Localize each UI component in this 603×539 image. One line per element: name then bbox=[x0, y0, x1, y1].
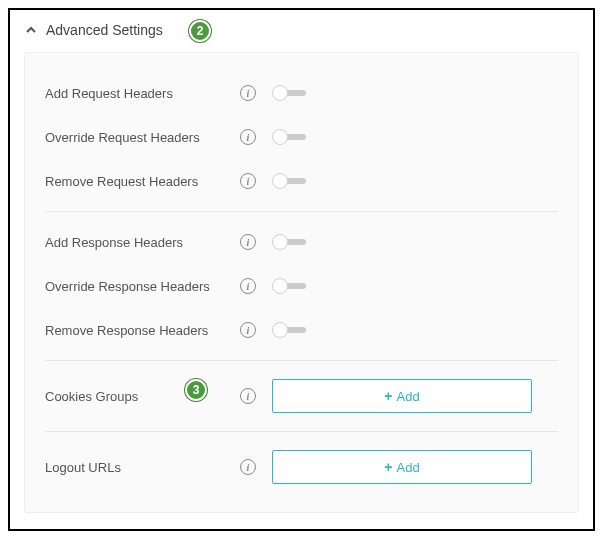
setting-label: Cookies Groups bbox=[45, 389, 240, 404]
divider bbox=[45, 360, 558, 361]
setting-label: Override Response Headers bbox=[45, 279, 240, 294]
divider bbox=[45, 211, 558, 212]
toggle-remove-request-headers[interactable] bbox=[272, 173, 308, 189]
setting-label: Override Request Headers bbox=[45, 130, 240, 145]
row-remove-response-headers: Remove Response Headers i bbox=[45, 308, 558, 352]
row-logout-urls: Logout URLs i + Add bbox=[45, 440, 558, 494]
info-icon[interactable]: i bbox=[240, 278, 256, 294]
section-title: Advanced Settings bbox=[46, 22, 163, 38]
row-override-response-headers: Override Response Headers i bbox=[45, 264, 558, 308]
setting-label: Add Response Headers bbox=[45, 235, 240, 250]
callout-badge-2: 2 bbox=[189, 20, 211, 42]
setting-label: Remove Request Headers bbox=[45, 174, 240, 189]
toggle-add-response-headers[interactable] bbox=[272, 234, 308, 250]
page-frame: Advanced Settings 2 Add Request Headers … bbox=[8, 8, 595, 531]
toggle-add-request-headers[interactable] bbox=[272, 85, 308, 101]
plus-icon: + bbox=[384, 459, 392, 475]
setting-label: Add Request Headers bbox=[45, 86, 240, 101]
add-button-label: Add bbox=[397, 460, 420, 475]
row-add-response-headers: Add Response Headers i bbox=[45, 220, 558, 264]
chevron-up-icon bbox=[24, 23, 38, 37]
divider bbox=[45, 431, 558, 432]
settings-panel: Add Request Headers i Override Request H… bbox=[24, 52, 579, 513]
info-icon[interactable]: i bbox=[240, 322, 256, 338]
toggle-override-response-headers[interactable] bbox=[272, 278, 308, 294]
section-header[interactable]: Advanced Settings 2 bbox=[24, 22, 579, 38]
setting-label: Logout URLs bbox=[45, 460, 240, 475]
info-icon[interactable]: i bbox=[240, 129, 256, 145]
info-icon[interactable]: i bbox=[240, 459, 256, 475]
info-icon[interactable]: i bbox=[240, 388, 256, 404]
row-remove-request-headers: Remove Request Headers i bbox=[45, 159, 558, 203]
info-icon[interactable]: i bbox=[240, 85, 256, 101]
setting-label: Remove Response Headers bbox=[45, 323, 240, 338]
toggle-override-request-headers[interactable] bbox=[272, 129, 308, 145]
add-logout-url-button[interactable]: + Add bbox=[272, 450, 532, 484]
callout-badge-3: 3 bbox=[185, 379, 207, 401]
info-icon[interactable]: i bbox=[240, 234, 256, 250]
row-override-request-headers: Override Request Headers i bbox=[45, 115, 558, 159]
row-cookies-groups: Cookies Groups 3 i + Add bbox=[45, 369, 558, 423]
info-icon[interactable]: i bbox=[240, 173, 256, 189]
row-add-request-headers: Add Request Headers i bbox=[45, 71, 558, 115]
add-button-label: Add bbox=[397, 389, 420, 404]
toggle-remove-response-headers[interactable] bbox=[272, 322, 308, 338]
add-cookies-group-button[interactable]: + Add bbox=[272, 379, 532, 413]
plus-icon: + bbox=[384, 388, 392, 404]
